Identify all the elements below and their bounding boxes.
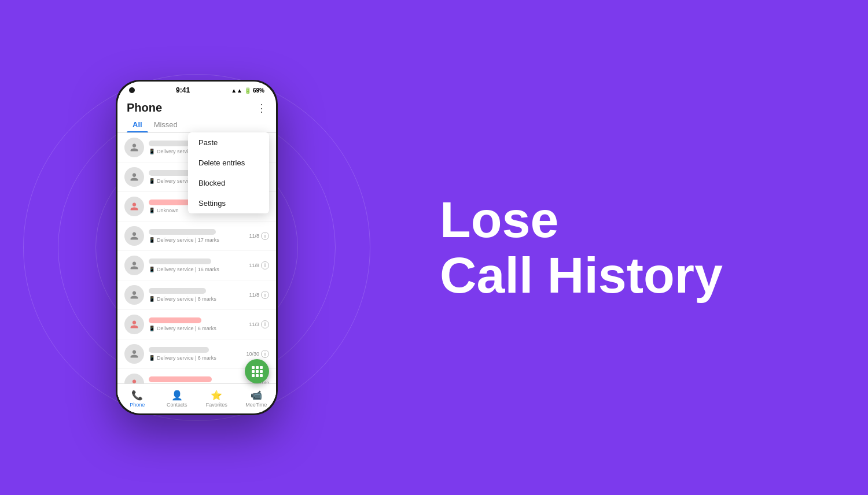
tab-missed[interactable]: Missed xyxy=(148,117,183,132)
call-avatar xyxy=(124,167,144,187)
call-avatar xyxy=(124,226,144,246)
info-icon[interactable]: i xyxy=(261,320,269,328)
nav-favorites[interactable]: ⭐ Favorites xyxy=(197,384,237,413)
contacts-nav-icon: 👤 xyxy=(171,390,183,401)
call-item[interactable]: 📱Delivery service | 8 marks 11/8 i xyxy=(117,280,276,309)
call-avatar xyxy=(124,344,144,364)
call-name-bar xyxy=(149,347,209,353)
call-name-bar-missed xyxy=(149,317,201,323)
call-date: 11/3 i xyxy=(249,320,269,328)
call-subtitle: 📱Delivery service | 6 marks xyxy=(149,355,241,361)
hero-line1: Lose xyxy=(440,194,822,245)
app-header: Phone ⋮ xyxy=(117,97,276,114)
nav-meettime-label: MeeTime xyxy=(245,402,267,408)
nav-phone[interactable]: 📞 Phone xyxy=(117,384,157,413)
dial-fab-button[interactable] xyxy=(245,359,269,383)
call-name-bar xyxy=(149,288,206,294)
status-bar: 9:41 ▲▲ 🔋 69% xyxy=(117,82,276,97)
battery-percent: 69% xyxy=(253,87,264,94)
nav-phone-label: Phone xyxy=(130,402,145,408)
call-date: 11/8 i xyxy=(249,232,269,240)
call-date: 11/8 i xyxy=(249,291,269,299)
nav-contacts[interactable]: 👤 Contacts xyxy=(157,384,197,413)
context-menu-delete[interactable]: Delete entries xyxy=(188,153,269,173)
call-date: 10/30 i xyxy=(246,350,269,358)
overflow-menu-button[interactable]: ⋮ xyxy=(256,103,267,113)
nav-meettime[interactable]: 📹 MeeTime xyxy=(237,384,277,413)
context-menu: Paste Delete entries Blocked Settings xyxy=(188,132,269,213)
call-item[interactable]: 📱Delivery service | 17 marks 11/8 i xyxy=(117,221,276,250)
meettime-nav-icon: 📹 xyxy=(251,390,262,401)
info-icon[interactable]: i xyxy=(261,232,269,240)
bottom-nav: 📞 Phone 👤 Contacts ⭐ Favorites 📹 MeeTime xyxy=(117,383,276,413)
info-icon[interactable]: i xyxy=(261,350,269,358)
call-info: 📱Delivery service | 6 marks xyxy=(149,347,241,361)
call-subtitle: 📱Delivery service | 6 marks xyxy=(149,326,244,331)
left-section: 9:41 ▲▲ 🔋 69% Phone ⋮ All Missed xyxy=(0,0,393,495)
call-avatar xyxy=(124,138,144,157)
call-subtitle: 📱Delivery service | 16 marks xyxy=(149,267,244,272)
call-avatar xyxy=(124,256,144,275)
call-info: 📱Delivery service | 6 marks xyxy=(149,317,244,331)
context-menu-settings[interactable]: Settings xyxy=(188,193,269,213)
info-icon[interactable]: i xyxy=(261,261,269,269)
status-icons: ▲▲ 🔋 69% xyxy=(231,87,264,94)
tabs-bar: All Missed xyxy=(117,114,276,133)
phone-screen: 9:41 ▲▲ 🔋 69% Phone ⋮ All Missed xyxy=(117,82,276,413)
call-name-bar xyxy=(149,258,211,264)
context-menu-blocked[interactable]: Blocked xyxy=(188,173,269,193)
context-menu-paste[interactable]: Paste xyxy=(188,132,269,153)
signal-icon: ▲▲ xyxy=(231,87,242,94)
call-avatar-missed xyxy=(124,315,144,334)
call-subtitle: 📱Delivery service | 17 marks xyxy=(149,237,244,243)
call-avatar-missed xyxy=(124,197,144,216)
call-info: 📱Delivery service | 16 marks xyxy=(149,258,244,272)
hero-line2: Call History xyxy=(440,250,822,301)
tab-all[interactable]: All xyxy=(127,117,148,132)
call-date: 11/8 i xyxy=(249,261,269,269)
call-info: 📱Delivery service | 17 marks xyxy=(149,229,244,243)
status-time: 9:41 xyxy=(176,86,190,94)
nav-contacts-label: Contacts xyxy=(167,402,187,408)
favorites-nav-icon: ⭐ xyxy=(211,390,222,401)
battery-icon: 🔋 xyxy=(244,87,251,94)
call-subtitle: 📱Delivery service | 8 marks xyxy=(149,296,244,302)
right-section: Lose Call History xyxy=(393,160,868,335)
app-title: Phone xyxy=(127,101,162,114)
info-icon[interactable]: i xyxy=(261,291,269,299)
phone-device: 9:41 ▲▲ 🔋 69% Phone ⋮ All Missed xyxy=(116,80,278,415)
dialpad-icon xyxy=(252,366,263,377)
nav-favorites-label: Favorites xyxy=(206,402,227,408)
call-avatar xyxy=(124,285,144,305)
call-name-bar-missed xyxy=(149,376,212,382)
call-info: 📱Delivery service | 8 marks xyxy=(149,288,244,302)
phone-nav-icon: 📞 xyxy=(131,390,143,401)
call-name-bar xyxy=(149,229,216,235)
call-item[interactable]: 📱Delivery service | 16 marks 11/8 i xyxy=(117,251,276,280)
camera-dot xyxy=(129,87,135,93)
call-item-missed[interactable]: 📱Delivery service | 6 marks 11/3 i xyxy=(117,310,276,339)
